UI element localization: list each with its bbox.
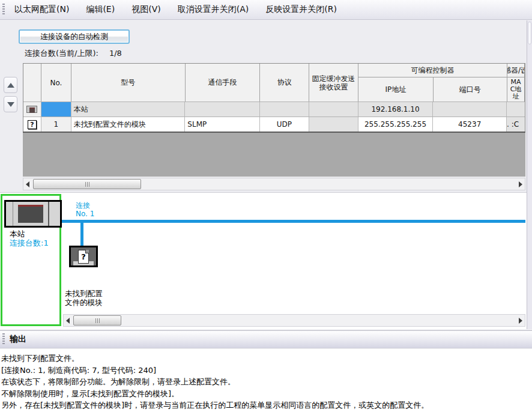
table-row-host: 本站 192.168.1.10	[23, 101, 525, 117]
menu-apply-and-close[interactable]: 反映设置并关闭(R)	[264, 2, 338, 17]
unknown-device-image[interactable]: ?	[69, 246, 98, 267]
network-diagram-panel: 本站 连接台数:1 连接 No. 1 ? 未找到配置 文件的模块	[0, 192, 527, 329]
menu-bar: 以太网配置(N) 编辑(E) 视图(V) 取消设置并关闭(A) 反映设置并关闭(…	[0, 0, 532, 20]
host-row-comm-cell[interactable]	[185, 102, 260, 117]
host-connection-count: 连接台数:1	[10, 238, 49, 249]
table-scrollbar-thumb[interactable]	[33, 179, 141, 189]
menu-items: 以太网配置(N) 编辑(E) 视图(V) 取消设置并关闭(A) 反映设置并关闭(…	[13, 2, 338, 17]
scroll-left-icon[interactable]	[23, 178, 32, 190]
unknown-module-icon: ?	[28, 120, 37, 129]
output-panel-body: 未找到下列配置文件。 [连接No.: 1, 制造商代码: 7, 型号代码: 24…	[0, 349, 532, 415]
device-row-selector-cell[interactable]: ?	[23, 117, 41, 132]
device-drop-line	[80, 223, 83, 246]
output-line: 在该状态下，将限制部分功能。为解除限制，请登录上述配置文件。	[1, 376, 531, 388]
header-device-group-label: 传感器/设备	[507, 64, 524, 77]
output-panel-header: 输出	[0, 330, 532, 348]
diagram-scrollbar-thumb[interactable]	[73, 315, 121, 326]
header-ip-address: IP地址	[358, 77, 434, 101]
menu-cancel-and-close[interactable]: 取消设置并关闭(A)	[177, 2, 250, 17]
menu-view[interactable]: 视图(V)	[130, 2, 162, 17]
scroll-left-icon[interactable]	[64, 315, 72, 326]
device-row-mac-cell[interactable]: . :C	[507, 117, 525, 132]
header-plc-group: 可编程控制器 IP地址 端口号	[358, 64, 507, 101]
plc-screen	[18, 205, 43, 223]
connection-count-label: 连接台数(当前/上限):	[25, 49, 98, 58]
host-row-model-cell[interactable]: 本站	[71, 102, 186, 117]
table-horizontal-scrollbar[interactable]	[23, 178, 525, 190]
up-arrow-icon	[7, 83, 14, 88]
table-empty-area	[23, 132, 525, 177]
header-no: No.	[41, 64, 71, 101]
header-communication: 通信手段	[186, 64, 261, 101]
host-station-image[interactable]	[4, 200, 62, 228]
host-row-fixed-buffer-cell[interactable]	[309, 102, 358, 117]
output-line: 不解除限制使用时，显示[未找到配置文件的模块]。	[1, 388, 531, 400]
ethernet-trunk-line	[62, 220, 525, 223]
output-line: 另外，存在[未找到配置文件的模块]时，请登录与当前正在执行的工程的菜单显示相同语…	[1, 399, 531, 411]
toolbar-grip-icon[interactable]	[2, 4, 5, 16]
window-right-edge	[527, 20, 532, 329]
connection-count-line: 连接台数(当前/上限):1/8	[25, 48, 122, 59]
output-line: 未找到下列配置文件。	[1, 353, 531, 365]
connection-no-label: 连接 No. 1	[76, 201, 94, 218]
scroll-right-icon[interactable]	[516, 315, 525, 326]
question-page-icon: ?	[78, 250, 89, 264]
output-line: [连接No.: 1, 制造商代码: 7, 型号代码: 240]	[1, 365, 531, 377]
vertical-scrollbar-thumb[interactable]	[528, 22, 531, 44]
menu-ethernet-config[interactable]: 以太网配置(N)	[13, 2, 70, 17]
down-arrow-icon	[7, 102, 14, 107]
host-row-no-cell[interactable]	[41, 102, 71, 117]
move-row-up-button[interactable]	[4, 77, 17, 93]
device-table-header: No. 型号 通信手段 协议 固定缓冲发送 接收设置 可编程控制器 IP地址 端…	[23, 64, 525, 101]
connection-count-value: 1/8	[109, 49, 122, 58]
unknown-device-label: 未找到配置 文件的模块	[65, 289, 103, 307]
device-row-protocol-cell[interactable]: UDP	[260, 117, 309, 132]
move-row-down-button[interactable]	[4, 96, 17, 112]
header-model: 型号	[71, 64, 186, 101]
host-row-port-cell[interactable]	[433, 102, 507, 117]
host-row-ip-cell[interactable]: 192.168.1.10	[358, 102, 434, 117]
output-panel-title: 输出	[10, 334, 26, 345]
header-plc-group-label: 可编程控制器	[358, 64, 507, 77]
device-row-fixed-buffer-cell[interactable]	[309, 117, 358, 132]
header-mac-address: MAC地址	[507, 77, 524, 101]
host-row-protocol-cell[interactable]	[260, 102, 309, 117]
device-row-ip-cell[interactable]: 255.255.255.255	[358, 117, 434, 132]
device-row-comm-cell[interactable]: SLMP	[185, 117, 260, 132]
host-row-selector-cell[interactable]	[23, 102, 41, 117]
header-device-group: 传感器/设备 MAC地址	[507, 64, 525, 101]
header-protocol: 协议	[260, 64, 309, 101]
scroll-right-icon[interactable]	[516, 178, 525, 190]
output-grip-icon[interactable]	[2, 333, 5, 345]
header-selector-column	[23, 64, 41, 101]
device-row-no-cell[interactable]: 1	[41, 117, 71, 132]
device-row-model-cell[interactable]: 未找到配置文件的模块	[71, 117, 186, 132]
diagram-horizontal-scrollbar[interactable]	[63, 314, 525, 327]
module-thumbnail-icon	[26, 106, 37, 113]
device-row-port-cell[interactable]: 45237	[433, 117, 507, 132]
header-fixed-buffer: 固定缓冲发送 接收设置	[309, 64, 358, 101]
auto-detect-button[interactable]: 连接设备的自动检测	[19, 29, 130, 44]
host-row-mac-cell[interactable]	[507, 102, 525, 117]
header-port: 端口号	[434, 77, 507, 101]
menu-edit[interactable]: 编辑(E)	[85, 2, 116, 17]
table-row-device-1: ? 1 未找到配置文件的模块 SLMP UDP 255.255.255.255 …	[23, 117, 525, 132]
device-table: No. 型号 通信手段 协议 固定缓冲发送 接收设置 可编程控制器 IP地址 端…	[23, 63, 525, 132]
